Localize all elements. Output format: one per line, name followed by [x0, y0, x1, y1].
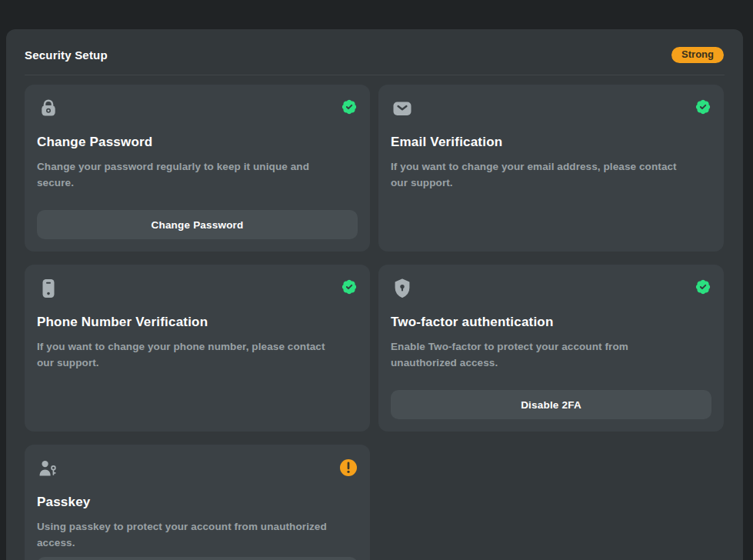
security-strength-badge: Strong [671, 47, 724, 63]
lock-icon [37, 97, 60, 120]
mail-icon [391, 97, 414, 120]
verified-check-icon [695, 98, 711, 115]
page-title: Security Setup [25, 48, 108, 62]
panel-header: Security Setup Strong [6, 29, 743, 63]
disable-2fa-button[interactable]: Disable 2FA [391, 390, 711, 419]
card-top-row [37, 457, 358, 480]
card-top-row [391, 277, 711, 300]
card-description: Change your password regularly to keep i… [37, 158, 338, 191]
card-description: Using passkey to protect your account fr… [37, 518, 338, 551]
change-password-button[interactable]: Change Password [37, 210, 358, 239]
passkey-action-button[interactable] [37, 557, 358, 560]
card-title: Two-factor authentication [391, 314, 711, 331]
card-title: Change Password [37, 134, 358, 151]
card-title: Email Verification [391, 134, 711, 151]
verified-check-icon [695, 278, 711, 295]
warning-icon [339, 458, 358, 477]
shield-keyhole-icon [391, 277, 414, 300]
card-description: If you want to change your email address… [391, 158, 692, 191]
card-description: Enable Two-factor to protect your accoun… [391, 338, 692, 371]
security-setup-panel: Security Setup Strong [6, 29, 743, 560]
card-change-password: Change Password Change your password reg… [25, 85, 370, 252]
verified-check-icon [341, 98, 358, 115]
card-top-row [37, 97, 358, 120]
verified-check-icon [341, 278, 358, 295]
card-passkey: Passkey Using passkey to protect your ac… [25, 445, 370, 560]
card-title: Phone Number Verification [37, 314, 358, 331]
card-two-factor-authentication: Two-factor authentication Enable Two-fac… [378, 265, 724, 432]
card-title: Passkey [37, 494, 358, 511]
card-description: If you want to change your phone number,… [37, 338, 338, 371]
card-top-row [37, 277, 358, 300]
card-email-verification: Email Verification If you want to change… [378, 85, 724, 252]
smartphone-icon [37, 277, 60, 300]
header-divider [25, 75, 725, 75]
user-key-icon [37, 457, 60, 480]
security-cards-grid: Change Password Change your password reg… [25, 85, 724, 560]
card-phone-number-verification: Phone Number Verification If you want to… [25, 265, 370, 432]
card-top-row [391, 97, 711, 120]
